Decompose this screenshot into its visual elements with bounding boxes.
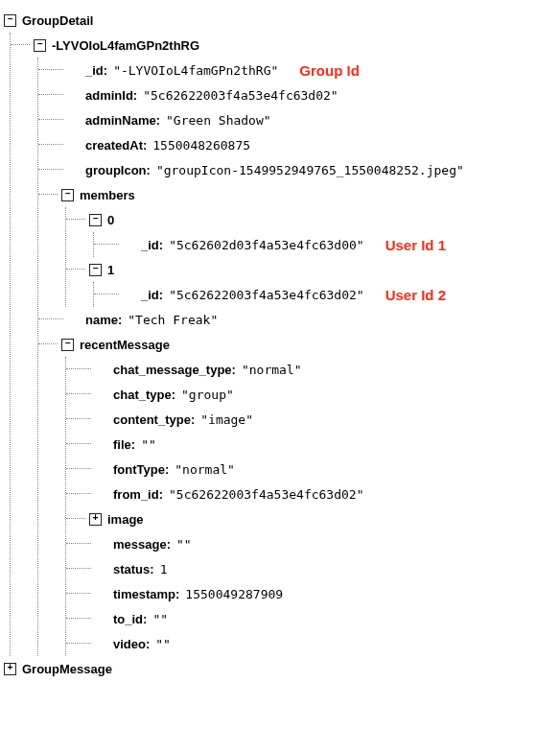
key-groupicon[interactable]: groupIcon:	[85, 163, 151, 177]
key-groupid-node[interactable]: -LYVOIoL4famGPn2thRG	[52, 38, 199, 53]
key-message[interactable]: message:	[113, 537, 171, 552]
key-recentmessage[interactable]: recentMessage	[80, 338, 170, 352]
key-toid[interactable]: to_id:	[113, 612, 147, 626]
key-video[interactable]: video:	[113, 637, 150, 651]
val-id: "-LYVOIoL4famGPn2thRG"	[113, 63, 278, 78]
toggle-image[interactable]: +	[89, 513, 102, 526]
node-recentmessage: − recentMessage chat_message_type: "norm…	[38, 332, 556, 656]
key-chatmsgtype[interactable]: chat_message_type:	[113, 363, 236, 377]
val-video: ""	[155, 637, 171, 651]
key-createdat[interactable]: createdAt:	[85, 138, 147, 153]
toggle-member-1[interactable]: −	[89, 264, 102, 276]
val-fromid: "5c62622003f4a53e4fc63d02"	[169, 487, 364, 502]
key-member-1-id[interactable]: _id:	[141, 288, 163, 302]
val-adminid: "5c62622003f4a53e4fc63d02"	[143, 88, 338, 103]
key-timestamp[interactable]: timestamp:	[113, 587, 179, 601]
node-id: _id: "-LYVOIoL4famGPn2thRG" Group Id	[38, 58, 556, 82]
val-timestamp: 1550049287909	[185, 587, 283, 601]
val-contenttype: "image"	[200, 412, 253, 427]
val-createdat: 1550048260875	[152, 138, 250, 153]
node-message: message: ""	[66, 531, 556, 556]
val-message: ""	[176, 537, 192, 552]
val-groupicon: "groupIcon-1549952949765_1550048252.jpeg…	[156, 163, 464, 177]
annotation-userid2: User Id 2	[385, 287, 446, 303]
val-member-1-id: "5c62622003f4a53e4fc63d02"	[169, 288, 364, 302]
node-chatmsgtype: chat_message_type: "normal"	[66, 357, 556, 382]
node-name: name: "Tech Freak"	[38, 307, 556, 332]
key-member-0[interactable]: 0	[107, 213, 114, 227]
key-status[interactable]: status:	[113, 562, 154, 576]
node-member-0: − 0 _id: "5c62602d	[66, 207, 556, 257]
val-status: 1	[160, 562, 168, 576]
node-contenttype: content_type: "image"	[66, 407, 556, 432]
val-name: "Tech Freak"	[128, 313, 218, 327]
key-fonttype[interactable]: fontType:	[113, 462, 169, 477]
toggle-groupmessage[interactable]: +	[4, 663, 16, 675]
key-contenttype[interactable]: content_type:	[113, 412, 195, 427]
node-fonttype: fontType: "normal"	[66, 457, 556, 482]
node-groupid: − -LYVOIoL4famGPn2thRG _id: "-LYVOIoL4fa…	[11, 33, 556, 656]
key-adminname[interactable]: adminName:	[85, 113, 160, 128]
val-adminname: "Green Shadow"	[166, 113, 271, 128]
node-member-0-id: _id: "5c62602d03f4a53e4fc63d00" User Id …	[94, 232, 556, 257]
node-toid: to_id: ""	[66, 606, 556, 631]
toggle-groupdetail[interactable]: −	[4, 14, 16, 27]
toggle-members[interactable]: −	[61, 189, 74, 201]
node-file: file: ""	[66, 432, 556, 457]
key-fromid[interactable]: from_id:	[113, 487, 163, 502]
val-member-0-id: "5c62602d03f4a53e4fc63d00"	[169, 238, 364, 252]
node-members: − members − 0	[38, 182, 556, 307]
val-fonttype: "normal"	[175, 462, 235, 477]
node-member-1: − 1 _id: "5c626220	[66, 257, 556, 307]
node-timestamp: timestamp: 1550049287909	[66, 581, 556, 606]
key-member-1[interactable]: 1	[107, 263, 114, 277]
node-status: status: 1	[66, 556, 556, 581]
key-groupdetail[interactable]: GroupDetail	[22, 13, 93, 28]
key-groupmessage[interactable]: GroupMessage	[22, 662, 112, 676]
node-image: + image	[66, 506, 556, 531]
toggle-groupid[interactable]: −	[34, 39, 46, 52]
node-video: video: ""	[66, 631, 556, 656]
key-member-0-id[interactable]: _id:	[141, 238, 163, 252]
key-id[interactable]: _id:	[85, 63, 107, 78]
val-chattype: "group"	[181, 388, 234, 402]
node-groupmessage: + GroupMessage	[4, 656, 556, 681]
node-adminname: adminName: "Green Shadow"	[38, 107, 556, 132]
val-toid: ""	[152, 612, 168, 626]
toggle-recentmessage[interactable]: −	[61, 339, 74, 351]
key-adminid[interactable]: adminId:	[85, 88, 137, 103]
key-name[interactable]: name:	[85, 313, 122, 327]
data-tree: − GroupDetail − -LYVOIoL4famGPn2thRG	[0, 0, 560, 689]
node-member-1-id: _id: "5c62622003f4a53e4fc63d02" User Id …	[94, 282, 556, 307]
val-file: ""	[141, 437, 156, 452]
key-file[interactable]: file:	[113, 437, 135, 452]
toggle-member-0[interactable]: −	[89, 214, 102, 226]
node-fromid: from_id: "5c62622003f4a53e4fc63d02"	[66, 482, 556, 506]
node-createdat: createdAt: 1550048260875	[38, 132, 556, 157]
node-chattype: chat_type: "group"	[66, 382, 556, 407]
val-chatmsgtype: "normal"	[242, 363, 302, 377]
key-image[interactable]: image	[107, 512, 144, 527]
node-groupicon: groupIcon: "groupIcon-1549952949765_1550…	[38, 157, 556, 182]
annotation-groupid: Group Id	[299, 62, 360, 79]
node-adminid: adminId: "5c62622003f4a53e4fc63d02"	[38, 82, 556, 107]
node-groupdetail: − GroupDetail − -LYVOIoL4famGPn2thRG	[4, 8, 556, 656]
key-members[interactable]: members	[80, 188, 135, 202]
key-chattype[interactable]: chat_type:	[113, 388, 175, 402]
annotation-userid1: User Id 1	[385, 237, 446, 253]
